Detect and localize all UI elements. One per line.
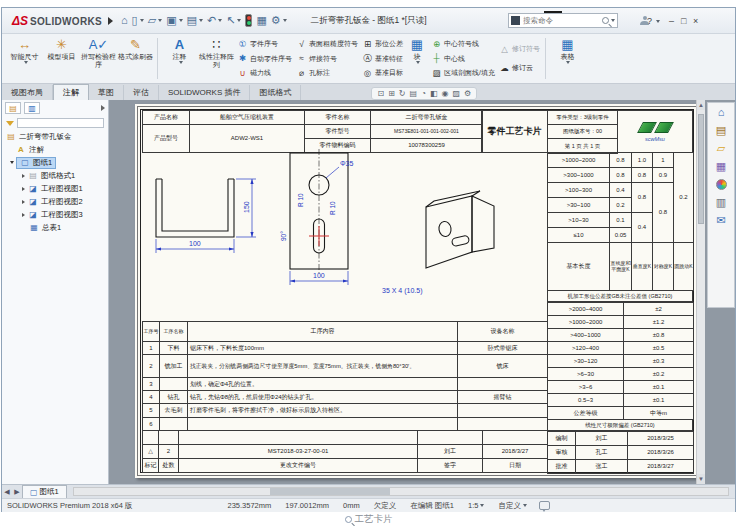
datum-target-button[interactable]: ◎基准目标 (362, 67, 403, 80)
process-table[interactable]: 工序号 工序名称 工序内容 设备名称 1下料 锯床下料，下料长度100mm卧式带… (142, 321, 548, 431)
collapsed-arrow-icon[interactable] (22, 200, 25, 204)
horizontal-scrollbar[interactable] (73, 487, 729, 496)
view-orientation-icon[interactable]: ◔ (421, 90, 426, 98)
display-style-icon[interactable]: ◧ (430, 90, 438, 98)
linear-tolerance-table[interactable]: >2000~4000±2 >1000~2000±1.2 >400~1000±0.… (547, 302, 694, 420)
dimension-left-width[interactable]: 100 (156, 239, 234, 253)
tree-root-item[interactable]: ▤ 二折弯带孔钣金 (2, 130, 108, 143)
model-items-button[interactable]: ✳ 模型项目 (43, 36, 80, 81)
front-view[interactable] (156, 179, 234, 237)
balloon-button[interactable]: ①零件序号 (237, 38, 292, 51)
note-button[interactable]: A 注释 (161, 36, 198, 81)
tab-sheet-format[interactable]: 图纸格式 (250, 85, 301, 100)
view-palette-icon[interactable]: ▦ (716, 161, 726, 172)
chevron-down-icon[interactable] (480, 504, 484, 507)
auto-balloon-button[interactable]: ✱自动零件序号 (237, 52, 292, 65)
center-mark-button[interactable]: ⊕中心符号线 (431, 38, 495, 51)
tables-button[interactable]: ▦ 表格 (549, 36, 586, 81)
tree-item-view1[interactable]: ◪ 工程图视图1 (2, 182, 108, 195)
print-button[interactable]: ▤ (185, 12, 205, 30)
close-button[interactable]: × (688, 13, 703, 29)
scroll-down-icon[interactable]: ▼ (697, 474, 705, 484)
chevron-down-icon[interactable] (656, 20, 660, 23)
view-annotations[interactable]: Φ35 R 10 R 10 90° 35 X 4 (10.5) (280, 160, 422, 295)
graphics-area[interactable]: 产品名称 船舶空气压缩机装置 零件名称 二折弯带孔钣金 产品型号 ADW2-WS… (109, 100, 735, 484)
panel-expand-icon[interactable] (101, 105, 105, 111)
isometric-view[interactable] (426, 191, 494, 268)
menu-flyout-icon[interactable] (108, 17, 113, 25)
block-button[interactable]: ▦ 块 (405, 36, 429, 81)
command-search[interactable] (508, 13, 618, 28)
side-view[interactable] (290, 149, 348, 273)
rebuild-button[interactable] (243, 12, 254, 30)
save-button[interactable]: ▣ (164, 12, 184, 30)
select-button[interactable]: ↖ (224, 12, 243, 30)
tab-sketch[interactable]: 草图 (89, 85, 124, 100)
scrollbar-thumb[interactable] (270, 488, 390, 495)
drawing-views[interactable]: 100 150 (142, 149, 547, 321)
tab-solidworks-addins[interactable]: SOLIDWORKS 插件 (159, 85, 250, 100)
expanded-arrow-icon[interactable] (10, 161, 14, 164)
sheet-info-table[interactable]: 零件类型：3级制零件 图纸版本号：00 第 1 页 共 1 页 (547, 110, 618, 154)
tree-item-view3[interactable]: ◪ 工程图视图3 (2, 208, 108, 221)
design-library-icon[interactable]: ▤ (716, 125, 726, 136)
tree-item-general-table[interactable]: ▦ 总表1 (2, 221, 108, 234)
next-sheet-icon[interactable]: ▶ (12, 485, 22, 498)
tab-view-layout[interactable]: 视图布局 (2, 85, 53, 100)
spell-checker-button[interactable]: A✓ 拼写检验程序 (80, 36, 117, 81)
previous-view-icon[interactable]: ↻ (399, 90, 406, 98)
home-button[interactable]: ⌂ (119, 12, 130, 30)
help-button[interactable]: ? (642, 13, 657, 29)
resources-icon[interactable]: ⌂ (718, 107, 725, 118)
tab-evaluate[interactable]: 评估 (124, 85, 159, 100)
tree-item-sheet1[interactable]: ▢ 图纸1 (2, 156, 108, 169)
options-button[interactable]: ⚙ (269, 12, 289, 30)
quick-tips-icon[interactable] (539, 501, 550, 510)
chevron-down-icon[interactable] (523, 504, 527, 507)
file-explorer-icon[interactable]: ▱ (717, 143, 725, 154)
revision-symbol-button[interactable]: △修订符号 (499, 42, 540, 55)
revision-table[interactable]: △2 MST2018-03-27-00-01刘工 2018/3/27 标记处数 … (142, 430, 548, 473)
appearances-icon[interactable] (716, 179, 727, 190)
zoom-fit-icon[interactable]: ⊡ (377, 90, 384, 98)
view-settings-icon[interactable]: ⚙ (464, 90, 471, 98)
collapsed-arrow-icon[interactable] (22, 187, 25, 191)
surface-finish-button[interactable]: √表面粗糙度符号 (296, 38, 358, 51)
collapsed-arrow-icon[interactable] (22, 174, 25, 178)
area-hatch-button[interactable]: ▨区域剖面线/填充 (431, 67, 495, 80)
custom-properties-icon[interactable]: ▥ (716, 197, 726, 208)
tree-item-sheet-format1[interactable]: ▤ 图纸格式1 (2, 169, 108, 182)
forum-icon[interactable]: ✉ (716, 215, 725, 226)
datum-feature-button[interactable]: Ⓐ基准特征 (362, 52, 403, 65)
filter-funnel-icon[interactable] (6, 121, 14, 126)
undo-button[interactable]: ↶ (205, 12, 224, 30)
approval-table[interactable]: 编制刘工2018/3/25 审核孔工2018/3/26 批准张工2018/3/2… (547, 431, 694, 474)
new-document-button[interactable]: ▯ (130, 12, 146, 30)
smart-dimension-button[interactable]: ↔ 智能尺寸 (6, 36, 43, 81)
task-pane-button[interactable]: ▦ (254, 12, 268, 30)
units-selector[interactable]: 自定义 (498, 501, 521, 511)
tree-item-annotations[interactable]: A 注解 (2, 143, 108, 156)
scrollbar-thumb[interactable] (698, 114, 704, 224)
centerline-button[interactable]: ┼中心线 (431, 52, 495, 65)
property-tab-icon[interactable]: ▥ (24, 102, 40, 114)
magnetic-line-button[interactable]: ∪磁力线 (237, 67, 292, 80)
dimension-mid-width[interactable]: 100 (290, 271, 348, 285)
feature-tree-tab-icon[interactable]: ▤ (5, 102, 21, 114)
dimension-height[interactable]: 150 (236, 179, 256, 237)
chevron-down-icon[interactable] (611, 19, 615, 22)
search-icon[interactable] (602, 17, 609, 24)
part-header-table[interactable]: 产品名称 船舶空气压缩机装置 零件名称 二折弯带孔钣金 产品型号 ADW2-WS… (142, 110, 483, 153)
tree-filter-input[interactable] (17, 118, 104, 128)
open-button[interactable]: ▱ (146, 12, 164, 30)
tab-annotation[interactable]: 注解 (53, 84, 89, 100)
drawing-sheet[interactable]: 产品名称 船舶空气压缩机装置 零件名称 二折弯带孔钣金 产品型号 ADW2-WS… (135, 104, 699, 478)
revision-cloud-button[interactable]: ☁修订云 (499, 62, 540, 75)
linear-note-pattern-button[interactable]: ∷ 线性注释阵列 (198, 36, 235, 81)
zoom-area-icon[interactable]: ⊞ (388, 90, 395, 98)
format-painter-button[interactable]: ✎ 格式涂刷器 (117, 36, 154, 81)
section-view-icon[interactable]: ▤ (410, 90, 418, 98)
weld-symbol-button[interactable]: ≈焊接符号 (296, 52, 358, 65)
geometric-tolerance-button[interactable]: ⊞形位公差 (362, 38, 403, 51)
sheet-scale[interactable]: 1:5 (468, 501, 478, 510)
